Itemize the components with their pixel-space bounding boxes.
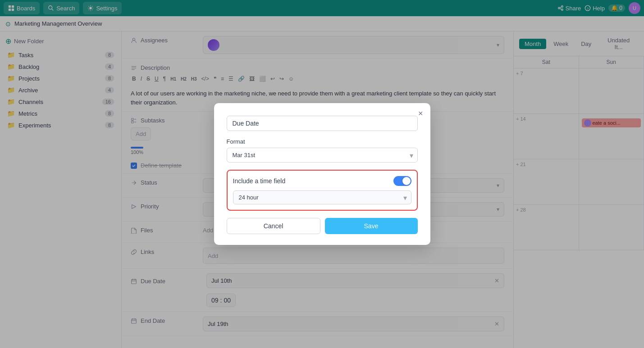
format-select-wrap: Mar 31st ▾ xyxy=(227,148,418,163)
modal-close-button[interactable]: × xyxy=(418,109,423,118)
include-time-row: Include a time field xyxy=(233,176,411,186)
modal-title-input[interactable] xyxy=(227,116,418,131)
format-select[interactable]: Mar 31st xyxy=(227,148,418,163)
cancel-button[interactable]: Cancel xyxy=(227,218,320,234)
save-button[interactable]: Save xyxy=(325,218,418,234)
hour-format-select-wrap: 24 hour 12 hour ▾ xyxy=(233,190,411,204)
modal-button-row: Cancel Save xyxy=(227,218,418,234)
time-toggle[interactable] xyxy=(393,176,411,186)
due-date-modal: × Format Mar 31st ▾ Include a time field… xyxy=(214,103,430,245)
modal-overlay[interactable]: × Format Mar 31st ▾ Include a time field… xyxy=(0,0,644,348)
hour-format-select[interactable]: 24 hour 12 hour xyxy=(233,190,411,204)
toggle-knob xyxy=(402,177,411,185)
time-field-section: Include a time field 24 hour 12 hour ▾ xyxy=(227,170,418,211)
include-time-label: Include a time field xyxy=(233,177,286,185)
format-label: Format xyxy=(227,138,418,145)
